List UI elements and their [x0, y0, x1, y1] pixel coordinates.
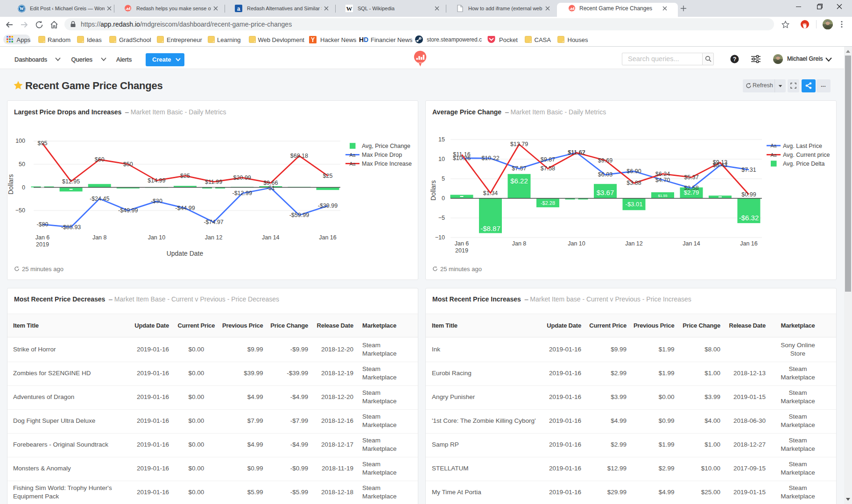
- svg-text:Avg. Last Price: Avg. Last Price: [783, 143, 822, 149]
- svg-text:$10.22: $10.22: [481, 155, 499, 161]
- svg-text:Jan 14: Jan 14: [683, 240, 700, 247]
- svg-text:$7.57: $7.57: [512, 165, 526, 172]
- svg-text:$0.99: $0.99: [741, 191, 756, 198]
- svg-text:$9.69: $9.69: [598, 157, 613, 164]
- svg-text:-$74.97: -$74.97: [204, 219, 223, 225]
- svg-text:$50: $50: [123, 161, 133, 168]
- svg-text:10: 10: [438, 156, 445, 162]
- svg-text:Jan 8: Jan 8: [92, 234, 107, 241]
- svg-text:-$6.32: -$6.32: [739, 214, 759, 222]
- svg-text:W: W: [346, 5, 352, 12]
- svg-text:Jan 16: Jan 16: [740, 240, 758, 247]
- svg-text:15: 15: [438, 136, 445, 143]
- svg-text:$4.70: $4.70: [655, 177, 670, 183]
- svg-text:-$49.99: -$49.99: [118, 207, 138, 214]
- svg-text:-$8.87: -$8.87: [480, 224, 500, 232]
- svg-text:−5: −5: [438, 215, 445, 221]
- svg-text:-$30: -$30: [151, 198, 162, 204]
- svg-text:$3.88: $3.88: [627, 180, 641, 186]
- svg-text:Max Price Drop: Max Price Drop: [362, 152, 402, 158]
- svg-text:Avg. Price Delta: Avg. Price Delta: [783, 161, 824, 167]
- svg-text:$5.37: $5.37: [684, 174, 698, 181]
- svg-text:-$59.99: -$59.99: [289, 212, 309, 218]
- svg-text:Dollars: Dollars: [7, 174, 14, 195]
- svg-text:Dollars: Dollars: [430, 180, 437, 201]
- svg-text:H: H: [359, 36, 364, 43]
- svg-text:Jan 12: Jan 12: [205, 234, 223, 241]
- svg-text:$1.55: $1.55: [658, 194, 668, 198]
- svg-text:Jan 16: Jan 16: [319, 234, 337, 241]
- svg-text:$2.58: $2.58: [684, 185, 698, 191]
- svg-text:Max Price Increase: Max Price Increase: [362, 161, 412, 167]
- svg-text:$11.62: $11.62: [568, 149, 585, 156]
- svg-text:Avg, Price Change: Avg, Price Change: [362, 143, 410, 149]
- svg-text:Update Date: Update Date: [167, 250, 204, 257]
- svg-text:$7.58: $7.58: [541, 165, 555, 172]
- svg-text:$11.16: $11.16: [453, 151, 470, 158]
- svg-text:−10: −10: [435, 234, 445, 241]
- svg-text:-$24.45: -$24.45: [90, 196, 109, 202]
- svg-text:-$85.93: -$85.93: [61, 224, 81, 231]
- svg-text:$25: $25: [180, 173, 190, 179]
- svg-text:$6.24: $6.24: [655, 171, 670, 177]
- svg-text:$60: $60: [95, 156, 105, 163]
- svg-text:$6.22: $6.22: [510, 177, 528, 185]
- svg-text:Jan 6: Jan 6: [35, 234, 50, 241]
- svg-text:$1.34: $1.34: [483, 190, 498, 196]
- svg-text:Jan 6: Jan 6: [455, 240, 469, 247]
- svg-text:0: 0: [442, 195, 445, 202]
- svg-text:$13.79: $13.79: [510, 141, 528, 147]
- svg-text:$95: $95: [38, 140, 48, 147]
- svg-text:-$39.99: -$39.99: [318, 203, 338, 209]
- svg-text:Aa: Aa: [771, 152, 777, 158]
- svg-text:Jan 14: Jan 14: [262, 234, 280, 241]
- svg-text:5: 5: [442, 175, 445, 182]
- svg-text:50: 50: [19, 161, 25, 168]
- svg-text:-$12.99: -$12.99: [232, 190, 252, 196]
- svg-text:$20.99: $20.99: [233, 175, 251, 181]
- svg-text:?: ?: [733, 56, 737, 63]
- svg-text:$9.66: $9.66: [263, 180, 278, 186]
- svg-text:Aa: Aa: [771, 143, 777, 148]
- svg-text:-$3.01: -$3.01: [626, 201, 643, 208]
- svg-text:W: W: [20, 7, 24, 11]
- svg-text:$9.87: $9.87: [541, 156, 555, 163]
- svg-text:$11.99: $11.99: [205, 179, 222, 185]
- svg-text:Avg. Current price: Avg. Current price: [783, 152, 830, 158]
- svg-text:$7.31: $7.31: [741, 167, 756, 173]
- svg-text:Aa: Aa: [350, 152, 356, 158]
- svg-text:$68.18: $68.18: [290, 153, 308, 159]
- svg-text:−50: −50: [15, 207, 25, 214]
- svg-text:0: 0: [22, 184, 25, 191]
- svg-text:$6.03: $6.03: [598, 171, 613, 178]
- svg-text:-$2.28: -$2.28: [541, 200, 555, 206]
- svg-text:Jan 10: Jan 10: [568, 240, 585, 247]
- svg-text:-$44.99: -$44.99: [175, 205, 195, 211]
- svg-text:Jan 10: Jan 10: [148, 234, 166, 241]
- svg-text:$25: $25: [323, 173, 333, 179]
- svg-text:a: a: [237, 6, 240, 12]
- svg-text:$6.90: $6.90: [627, 168, 641, 175]
- svg-text:Jan 12: Jan 12: [625, 240, 643, 247]
- svg-text:Jan 8: Jan 8: [512, 240, 527, 247]
- svg-text:$3.67: $3.67: [597, 189, 614, 196]
- svg-text:-$80: -$80: [36, 221, 48, 228]
- svg-text:$12.95: $12.95: [62, 178, 80, 185]
- svg-text:$9.13: $9.13: [713, 159, 727, 166]
- svg-text:Aa: Aa: [350, 161, 356, 167]
- svg-text:D: D: [364, 36, 368, 43]
- svg-text:100: 100: [15, 138, 25, 144]
- svg-text:$14.99: $14.99: [148, 177, 165, 184]
